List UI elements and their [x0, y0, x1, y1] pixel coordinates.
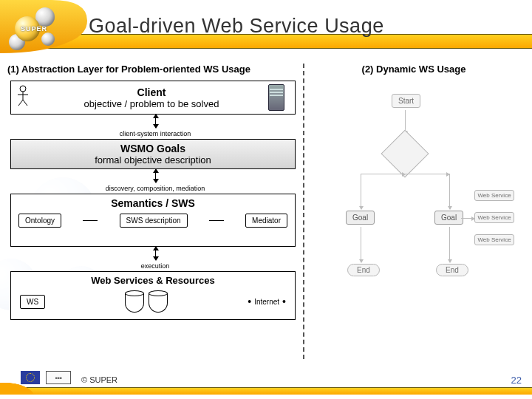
svg-point-0: [20, 86, 26, 92]
svg-line-3: [18, 100, 23, 106]
connector-line: [209, 220, 224, 221]
mediator-chip: Mediator: [245, 214, 287, 228]
arrow-gray-icon: [461, 218, 474, 219]
arrow-gray-icon: [449, 227, 450, 262]
goal-node-right: Goal: [434, 211, 463, 225]
wsmo-goals-panel: WSMO Goals formal objective description: [10, 139, 296, 169]
wsr-title: Web Services & Resources: [16, 275, 290, 286]
client-title: Client: [38, 86, 265, 98]
connector-line: [83, 220, 98, 221]
goal-node-left: Goal: [346, 211, 375, 225]
left-section-title: (1) Abstraction Layer for Problem-orient…: [7, 64, 303, 75]
semantics-sws-panel: Semantics / SWS Ontology SWS description…: [10, 194, 296, 247]
goal-label: Goal: [434, 211, 463, 225]
footer-accent-bar: [0, 387, 532, 395]
goals-subtitle: formal objective description: [16, 154, 290, 166]
arrow-down-icon: [155, 169, 156, 183]
internet-label: Internet: [254, 298, 279, 306]
sws-description-chip: SWS description: [120, 214, 188, 228]
page-number: 22: [511, 375, 522, 386]
slide-header: SUPER Goal-driven Web Service Usage: [0, 0, 532, 53]
copyright-text: © SUPER: [81, 375, 117, 384]
slide-title: Goal-driven Web Service Usage: [89, 15, 384, 38]
client-subtitle: objective / problem to be solved: [38, 98, 265, 109]
logo-text: SUPER: [21, 25, 47, 33]
slide-content: (1) Abstraction Layer for Problem-orient…: [7, 64, 525, 366]
decision-node: [388, 137, 422, 171]
right-column: (2) Dynamic WS Usage Start Goal Goal: [303, 64, 525, 366]
slide-footer: ■■■ © SUPER 22: [0, 372, 532, 395]
start-label: Start: [392, 94, 420, 108]
connector-gray: [405, 174, 449, 174]
right-section-title: (2) Dynamic WS Usage: [303, 64, 525, 75]
arrow-gray-icon: [361, 227, 361, 262]
client-panel: Client objective / problem to be solved: [10, 81, 296, 115]
sws-title: Semantics / SWS: [16, 197, 290, 209]
goal-label: Goal: [346, 211, 375, 225]
end-node-right: End: [436, 264, 468, 276]
arrow-gray-icon: [361, 174, 361, 209]
svg-line-4: [23, 100, 27, 106]
super-logo: SUPER: [4, 3, 69, 55]
goals-title: WSMO Goals: [16, 143, 290, 154]
web-service-label: Web Service: [474, 190, 514, 201]
bullet-icon: •: [248, 296, 251, 307]
web-service-label: Web Service: [474, 212, 514, 223]
end-label: End: [436, 264, 468, 276]
server-icon: [265, 81, 290, 114]
cylinder-icon: [149, 290, 168, 313]
connector-gray: [361, 174, 405, 174]
eu-flag-icon: [21, 371, 40, 384]
arrow2-label: discovery, composition, mediation: [7, 185, 303, 192]
flowchart: Start Goal Goal Web Service Web Ser: [303, 86, 525, 330]
partner-logo: ■■■: [46, 371, 71, 384]
cylinder-icon: [125, 290, 144, 313]
ontology-chip: Ontology: [18, 214, 61, 228]
left-column: (1) Abstraction Layer for Problem-orient…: [7, 64, 303, 366]
end-node-left: End: [347, 264, 380, 276]
actor-icon: [16, 85, 38, 110]
bullet-icon: •: [282, 296, 286, 307]
web-services-resources-panel: Web Services & Resources WS • Internet •: [10, 271, 296, 320]
arrow-gray-icon: [449, 174, 450, 209]
ws-chip: WS: [20, 295, 45, 309]
arrow-down-icon: [155, 115, 156, 128]
database-icons: [125, 290, 168, 313]
start-node: Start: [392, 94, 420, 108]
arrow-down-icon: [155, 247, 156, 260]
web-service-label: Web Service: [474, 234, 514, 245]
arrow3-label: execution: [7, 262, 303, 270]
end-label: End: [347, 264, 380, 276]
arrow1-label: client-system interaction: [7, 130, 303, 137]
